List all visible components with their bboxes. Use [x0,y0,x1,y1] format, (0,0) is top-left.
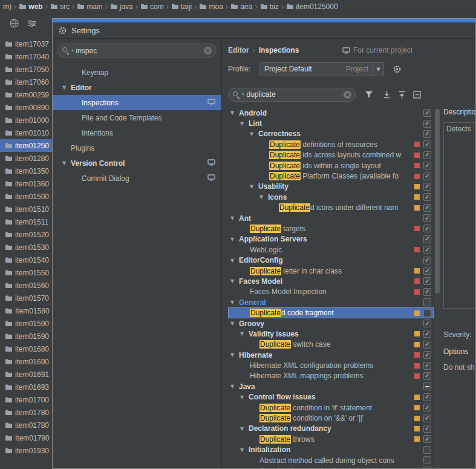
inspection-row[interactable]: Duplicate ids within a single layout✓ [228,160,434,171]
inspection-checkbox[interactable]: ✓ [423,267,431,275]
inspection-checkbox[interactable] [423,446,431,454]
inspection-checkbox[interactable] [423,456,431,464]
inspection-group-row[interactable]: ▼General [228,297,434,307]
project-tree-item[interactable]: Item01580 [0,304,52,317]
inspection-checkbox[interactable]: ✓ [423,404,431,412]
sidebar-item-commit-dialog[interactable]: Commit Dialog [53,171,221,186]
tree-expand-arrow-icon[interactable]: ▼ [250,131,258,137]
breadcrumb-item[interactable]: biz [259,2,279,11]
breadcrumb-item[interactable]: m) [2,2,12,11]
inspection-group-row[interactable]: ▼Initialization [228,445,434,455]
collapse-all-icon[interactable] [398,91,406,99]
settings-search-input[interactable] [76,47,201,55]
inspection-checkbox[interactable]: ✓ [423,183,431,191]
project-tree-item[interactable]: item01530 [0,241,52,254]
inspection-checkbox[interactable]: ✓ [423,140,431,148]
project-tree-item[interactable]: item00259 [0,88,52,101]
project-tree-item[interactable]: item17050 [0,63,52,76]
tree-expand-arrow-icon[interactable]: ▼ [240,447,249,453]
sidebar-item-file-and-code-templates[interactable]: File and Code Templates [53,110,221,125]
project-tree-item[interactable]: item01350 [0,165,52,177]
inspection-checkbox[interactable]: ✓ [423,235,431,243]
project-tree-item[interactable]: item01590 [0,317,52,330]
box-minus-icon[interactable] [413,91,421,99]
project-tree-item[interactable]: item01590 [0,330,52,343]
inspection-checkbox[interactable]: ✓ [423,109,431,117]
inspection-checkbox[interactable]: ✓ [423,330,431,338]
clear-search-icon[interactable]: × [344,91,351,99]
search-options-arrow-icon[interactable]: ▾ [71,48,74,53]
dialog-titlebar[interactable]: Settings [53,22,475,39]
breadcrumb-item[interactable]: java [109,2,134,11]
project-tree-item[interactable]: item01560 [0,279,52,292]
inspection-row[interactable]: Duplicate targets✓ [228,223,434,234]
tree-expand-arrow-icon[interactable]: ▼ [230,237,239,242]
inspection-checkbox[interactable]: ✓ [423,172,431,180]
inspection-row[interactable]: Duplicated code fragment [228,307,434,318]
filter-icon[interactable] [365,91,373,99]
inspection-checkbox[interactable] [423,298,431,306]
expand-all-icon[interactable] [383,91,391,99]
inspection-row[interactable]: Duplicate switch case✓ [228,339,434,350]
scrollbar-thumb[interactable] [435,109,440,294]
project-tree-item[interactable]: item01780 [0,406,52,419]
inspection-checkbox[interactable]: ✓ [423,425,431,433]
inspection-group-row[interactable]: ▼Correctness✓ [228,129,434,139]
inspection-group-row[interactable]: ▼Declaration redundancy✓ [228,424,434,434]
inspection-group-row[interactable]: ▼Faces Model✓ [228,276,434,286]
inspection-group-row[interactable]: ▼Groovy✓ [228,318,434,329]
project-tree-item[interactable]: item01000 [0,114,52,126]
project-tree-item[interactable]: item01500 [0,190,52,203]
inspection-group-row[interactable]: ▼Usability✓ [228,182,434,192]
breadcrumb-item[interactable]: web [18,2,43,11]
inspection-checkbox[interactable]: ✓ [423,204,431,212]
project-tree-item[interactable]: Item01790 [0,431,52,444]
breadcrumb-item[interactable]: moa [198,2,223,11]
inspections-search-input[interactable] [247,90,341,99]
inspection-checkbox[interactable]: ✓ [423,341,431,349]
inspection-checkbox[interactable]: ✓ [423,288,431,296]
project-tree-item[interactable]: item17060 [0,76,52,88]
inspection-checkbox[interactable] [423,467,431,468]
tree-expand-arrow-icon[interactable]: ▼ [62,85,71,90]
inspection-checkbox[interactable]: ✓ [423,225,431,232]
inspection-row[interactable]: Duplicate ids across layouts combined w✓ [228,150,434,160]
inspection-checkbox[interactable]: ✓ [423,246,431,254]
tree-expand-arrow-icon[interactable]: ▼ [230,384,239,389]
project-tree-item[interactable]: item01680 [0,343,52,355]
project-tree-item[interactable]: item00890 [0,101,52,114]
sidebar-item-inspections[interactable]: Inspections [53,95,221,110]
inspection-checkbox[interactable] [423,309,431,317]
inspection-checkbox[interactable]: ✓ [423,372,431,380]
globe-icon[interactable] [9,18,19,28]
inspection-checkbox[interactable]: ✓ [423,162,431,169]
tree-expand-arrow-icon[interactable]: ▼ [230,321,239,326]
inspection-group-row[interactable]: ▼Hibernate✓ [228,350,434,360]
project-tree-item[interactable]: item01511 [0,215,52,228]
project-tree-item[interactable]: item01520 [0,228,52,241]
inspection-row[interactable]: Duplicate Platform Classes (available fo… [228,171,434,181]
project-tree-item[interactable]: item01280 [0,152,52,165]
sidebar-item-keymap[interactable]: Keymap [53,65,221,80]
project-tree-item[interactable]: item01690 [0,355,52,368]
project-tree-item[interactable]: item01930 [0,444,52,457]
project-tree-item[interactable]: item01570 [0,292,52,304]
inspection-group-row[interactable]: ▼Control flow issues✓ [228,392,434,402]
inspection-group-row[interactable]: ▼EditorConfig✓ [228,255,434,265]
do-not-show-label[interactable]: Do not sh [443,363,475,372]
search-options-arrow-icon[interactable]: ▾ [242,92,244,97]
tree-expand-arrow-icon[interactable]: ▼ [62,160,71,166]
tree-expand-arrow-icon[interactable]: ▼ [240,426,249,431]
settings-sliders-icon[interactable] [27,18,37,28]
inspection-group-row[interactable]: ▼Lint✓ [228,118,434,128]
sidebar-item-editor[interactable]: ▼Editor [53,80,221,95]
project-tree-item[interactable]: item17037 [0,38,52,50]
inspection-checkbox[interactable]: ✓ [423,257,431,264]
sidebar-item-intentions[interactable]: Intentions [53,125,221,140]
breadcrumb-item[interactable]: item0125000 [285,2,338,11]
inspection-row[interactable]: Duplicate letter in char class✓ [228,266,434,276]
inspection-checkbox[interactable]: ✓ [423,415,431,422]
breadcrumb-item[interactable]: com [140,2,165,11]
settings-search-field[interactable]: ▾ × [57,44,217,57]
breadcrumb-item[interactable]: src [50,2,70,11]
